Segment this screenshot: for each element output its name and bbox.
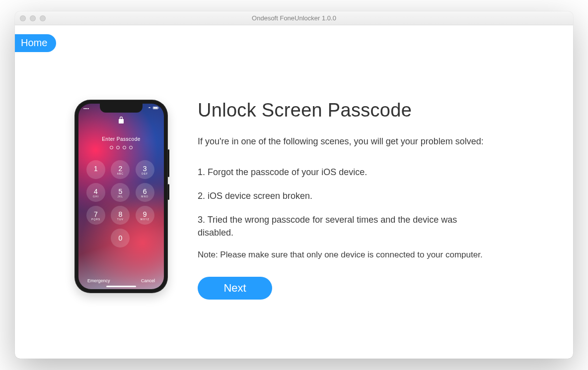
next-button-label: Next (223, 282, 246, 294)
window-title: Ondesoft FoneUnlocker 1.0.0 (15, 14, 573, 22)
keypad-7: 7PQRS (86, 206, 105, 225)
cancel-label: Cancel (141, 278, 155, 283)
note-text: Note: Please make sure that only one dev… (198, 250, 525, 260)
scenario-2: 2. iOS device screen broken. (198, 189, 525, 202)
signal-icon: •••• (83, 106, 89, 111)
info-panel: Unlock Screen Passcode If you're in one … (198, 100, 525, 300)
keypad-5: 5JKL (111, 183, 130, 202)
keypad: 1 2ABC 3DEF 4GHI 5JKL 6MNO 7PQRS 8TUV 9W… (86, 160, 156, 247)
keypad-0: 0 (111, 229, 130, 247)
passcode-dots (78, 146, 164, 150)
wifi-battery-icon (148, 106, 159, 111)
close-window-button[interactable] (20, 15, 26, 21)
content-area: •••• Enter Passcode 1 2ABC (15, 25, 573, 300)
phone-notch (100, 104, 143, 113)
zoom-window-button[interactable] (40, 15, 46, 21)
intro-text: If you're in one of the following scenes… (198, 135, 525, 148)
home-tab-label: Home (21, 37, 47, 48)
phone-illustration: •••• Enter Passcode 1 2ABC (74, 100, 168, 293)
keypad-6: 6MNO (136, 183, 154, 202)
phone-screen: •••• Enter Passcode 1 2ABC (78, 104, 164, 289)
minimize-window-button[interactable] (30, 15, 36, 21)
scenario-3: 3. Tried the wrong passcode for several … (198, 213, 476, 239)
svg-rect-2 (158, 108, 158, 109)
keypad-3: 3DEF (136, 160, 154, 179)
svg-rect-1 (153, 107, 157, 109)
emergency-label: Emergency (87, 278, 110, 283)
page-heading: Unlock Screen Passcode (198, 100, 525, 121)
traffic-lights (20, 15, 46, 21)
lock-icon (78, 116, 164, 125)
phone-bottom-row: Emergency Cancel (78, 278, 164, 283)
home-tab[interactable]: Home (15, 34, 56, 52)
enter-passcode-label: Enter Passcode (78, 136, 164, 142)
keypad-8: 8TUV (111, 206, 130, 225)
keypad-9: 9WXYZ (136, 206, 154, 225)
keypad-4: 4GHI (86, 183, 105, 202)
home-indicator (106, 286, 136, 287)
scenario-1: 1. Forgot the passcode of your iOS devic… (198, 166, 525, 179)
app-window: Ondesoft FoneUnlocker 1.0.0 Home •••• E (15, 11, 573, 359)
keypad-2: 2ABC (111, 160, 130, 179)
next-button[interactable]: Next (198, 277, 272, 300)
keypad-1: 1 (86, 160, 105, 179)
lock-area: Enter Passcode (78, 116, 164, 150)
titlebar: Ondesoft FoneUnlocker 1.0.0 (15, 11, 573, 25)
